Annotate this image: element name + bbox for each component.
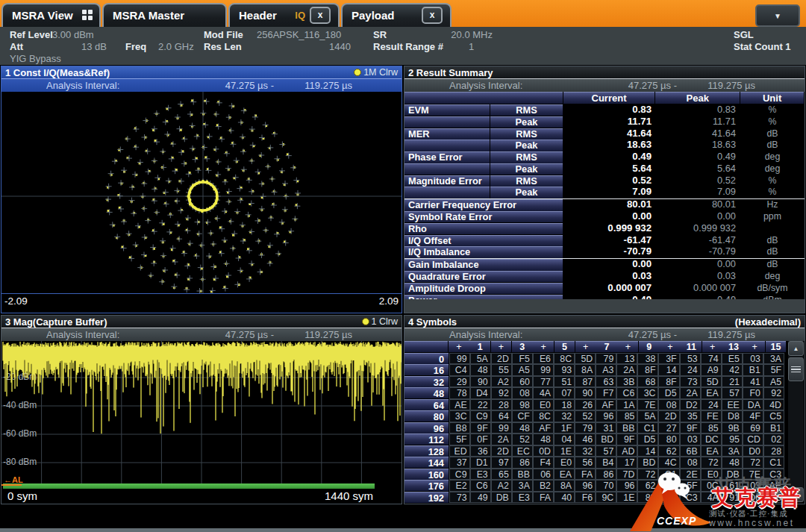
result-peak-value: 0.00 xyxy=(655,211,740,222)
symbol-hex-cell: 3B xyxy=(616,376,637,388)
analysis-interval-bar: Analysis Interval: 47.275 µs - 119.275 µ… xyxy=(1,79,402,92)
result-peak-value: 0.52 xyxy=(655,175,740,187)
result-row: Carrier Frequency Error80.0180.01Hz xyxy=(404,199,805,210)
symbols-col-header: + xyxy=(702,341,723,352)
symbol-hex-cell: 96 xyxy=(596,410,616,422)
symbol-hex-cell: B1 xyxy=(743,364,763,376)
symbol-hex-cell: 64 xyxy=(491,410,512,422)
result-name-cell: MER xyxy=(404,128,490,140)
symbol-hex-cell: 4D xyxy=(763,399,784,411)
symbol-hex-cell: 35 xyxy=(680,410,701,422)
symbol-hex-cell: 03 xyxy=(680,434,701,445)
symbol-hex-cell: E3 xyxy=(512,492,533,504)
result-name-cell: Symbol Rate Error xyxy=(404,211,563,222)
symbol-hex-cell: 68 xyxy=(637,376,658,388)
window-mag-capture: 3 Mag(Capture Buffer) 1 Clrw Analysis In… xyxy=(1,315,402,504)
symbols-col-header: 11 xyxy=(681,341,702,352)
close-icon[interactable]: x xyxy=(422,7,443,24)
result-unit: % xyxy=(740,175,805,187)
symbol-hex-cell: 22 xyxy=(470,399,491,411)
mag-plot[interactable]: -20 dBm -40 dBm -60 dBm -80 dBm xyxy=(1,341,402,484)
result-peak-value: 0.03 xyxy=(655,271,740,282)
window-menu-button[interactable]: ▼ xyxy=(755,4,800,27)
window-mag-title[interactable]: 3 Mag(Capture Buffer) 1 Clrw xyxy=(1,316,402,328)
symbol-hex-cell: 99 xyxy=(491,422,512,434)
result-row: Quadrature Error0.030.03deg xyxy=(404,271,805,282)
result-current-value: 7.09 xyxy=(563,187,655,198)
sgl-label: SGL xyxy=(734,29,754,40)
symbol-hex-cell: F5 xyxy=(512,353,533,365)
result-unit xyxy=(740,223,805,234)
symbol-hex-cell: DA xyxy=(743,399,763,411)
result-current-value: 0.83 xyxy=(563,104,655,116)
constellation-plot[interactable] xyxy=(1,92,402,293)
result-unit: % xyxy=(740,116,805,128)
symbol-hex-cell: 2A xyxy=(616,364,637,376)
result-current-value: 80.01 xyxy=(563,199,655,210)
symbol-hex-cell: F0 xyxy=(743,387,763,399)
result-peak-value: 18.63 xyxy=(655,140,740,151)
symbol-hex-cell: 77 xyxy=(533,376,554,388)
symbols-header-blank xyxy=(404,341,448,352)
result-sub-cell: RMS xyxy=(490,104,563,116)
symbol-hex-cell: 21 xyxy=(722,376,743,388)
x-max-label: 2.09 xyxy=(379,295,399,307)
symbol-hex-cell: A2 xyxy=(491,480,512,492)
symbol-hex-cell: 2D xyxy=(491,445,512,457)
window-constellation-title[interactable]: 1 Const I/Q(Meas&Ref) 1M Clrw xyxy=(1,66,402,79)
scroll-handle[interactable] xyxy=(788,357,804,381)
window-result-title[interactable]: 2 Result Summary xyxy=(404,66,805,79)
symbol-hex-cell: BD xyxy=(637,457,658,469)
symbol-hex-cell: AE xyxy=(449,399,470,411)
symbol-hex-cell: 41 xyxy=(743,376,763,388)
symbol-hex-cell: 9F xyxy=(616,434,637,445)
symbol-hex-cell: C9 xyxy=(449,469,470,481)
symbol-hex-cell: 80 xyxy=(658,434,679,445)
tab-header[interactable]: Header IQ x xyxy=(228,3,340,27)
symbol-hex-cell: 90 xyxy=(575,387,596,399)
app-window: MSRA View MSRA Master Header IQ x Payloa… xyxy=(0,0,806,532)
header-blank-cell xyxy=(404,92,563,104)
symbol-hex-cell: 08 xyxy=(680,457,701,469)
symbol-hex-cell: 28 xyxy=(763,445,784,457)
symbol-hex-cell: 32 xyxy=(554,410,575,422)
symbol-hex-cell: 07 xyxy=(554,387,575,399)
analysis-line-tag[interactable]: ←AL xyxy=(4,475,23,484)
result-unit: deg xyxy=(740,271,805,282)
symbol-hex-cell: AF xyxy=(533,422,554,434)
result-peak-value: -61.47 xyxy=(655,235,740,246)
window-symbols-title[interactable]: 4 Symbols (Hexadecimal) xyxy=(404,316,805,328)
result-row: Peak18.6318.63dB xyxy=(404,140,805,151)
symbol-hex-cell: 4C xyxy=(658,457,679,469)
close-icon[interactable]: x xyxy=(310,7,331,24)
symbols-row: 64AE222898E01826AF1A7E08D224EEDA4D xyxy=(404,399,787,411)
x-start-label: 0 sym xyxy=(7,489,37,502)
chevron-down-icon: ▼ xyxy=(774,12,781,20)
tab-label: Payload xyxy=(352,9,395,22)
symbol-hex-cell: 18 xyxy=(554,399,575,411)
symbols-col-header: + xyxy=(491,341,512,352)
wechat-icon xyxy=(657,472,691,500)
symbol-hex-cell: 32 xyxy=(575,445,596,457)
symbol-hex-cell: FA xyxy=(575,469,596,481)
symbol-hex-cell: FA xyxy=(533,492,554,504)
result-current-value: 11.71 xyxy=(563,116,655,128)
tab-payload[interactable]: Payload x xyxy=(341,3,452,27)
tab-msra-master[interactable]: MSRA Master xyxy=(102,3,227,27)
symbol-hex-cell: A3 xyxy=(596,364,616,376)
result-unit: dB xyxy=(740,259,805,270)
symbol-hex-cell: 2A xyxy=(680,387,701,399)
symbol-hex-cell: 24 xyxy=(680,364,701,376)
result-peak-value: 0.000 007 xyxy=(655,283,740,294)
symbols-row-index: 64 xyxy=(404,399,449,410)
tab-msra-view[interactable]: MSRA View xyxy=(1,3,101,27)
trace-legend: 1 Clrw xyxy=(362,316,398,327)
symbols-col-header: 9 xyxy=(639,341,660,352)
tab-label: MSRA Master xyxy=(113,9,184,22)
symbol-hex-cell: D4 xyxy=(470,387,491,399)
result-name-cell xyxy=(404,116,490,128)
result-unit: deg xyxy=(740,163,805,175)
scroll-up-button[interactable]: ▲ xyxy=(788,341,804,356)
symbol-hex-cell: 3C xyxy=(637,387,658,399)
symbol-hex-cell: E5 xyxy=(722,353,743,365)
